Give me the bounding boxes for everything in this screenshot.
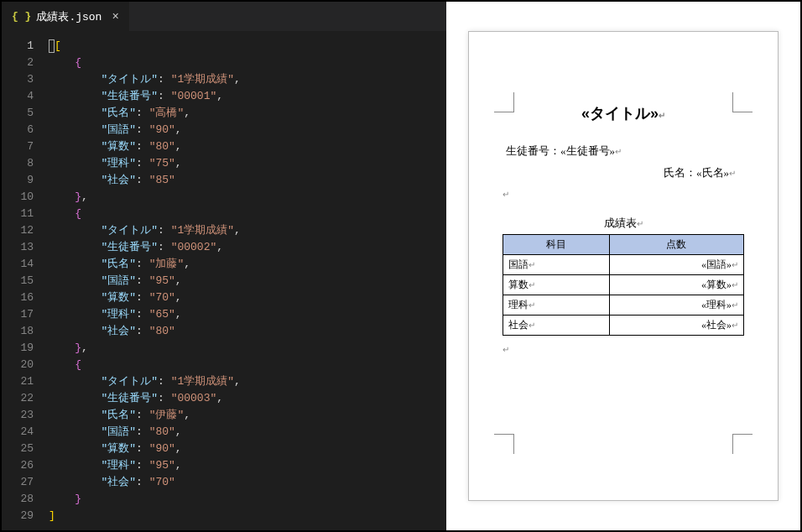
close-icon[interactable]: × [112,10,118,23]
table-header-row: 科目 点数 [503,235,744,255]
margin-corner-tl [494,92,514,112]
table-row: 理科↵«理科»↵ [503,295,744,316]
cell-score: «社会»↵ [609,316,743,336]
document-preview-panel: «タイトル»↵ 生徒番号：«生徒番号»↵ 氏名：«氏名»↵ ↵ 成績表↵ 科目 … [446,2,800,530]
table-row: 社会↵«社会»↵ [503,316,744,336]
name-label: 氏名： [664,166,696,179]
json-file-icon: { } [12,10,31,23]
header-subject: 科目 [503,235,610,255]
table-title: 成績表↵ [503,216,744,231]
score-table: 科目 点数 国語↵«国語»↵算数↵«算数»↵理科↵«理科»↵社会↵«社会»↵ [503,234,744,336]
student-number-label: 生徒番号： [506,144,560,157]
editor-tab[interactable]: { } 成績表.json × [2,2,130,31]
tab-label: 成績表.json [36,9,102,24]
table-row: 国語↵«国語»↵ [503,255,744,275]
end-mark: ↵ [503,342,744,356]
cell-score: «算数»↵ [609,275,743,295]
student-number-field: «生徒番号» [560,144,615,157]
name-field: «氏名» [696,166,729,179]
name-line: 氏名：«氏名»↵ [503,165,744,180]
cell-subject: 社会↵ [503,316,610,336]
student-number-line: 生徒番号：«生徒番号»↵ [503,143,744,159]
cell-score: «国語»↵ [609,255,743,275]
line-number-gutter: 1234567891011121314151617181920212223242… [2,31,44,530]
table-row: 算数↵«算数»↵ [503,275,744,295]
margin-corner-br [732,434,753,454]
cell-subject: 算数↵ [503,275,610,295]
document-page: «タイトル»↵ 生徒番号：«生徒番号»↵ 氏名：«氏名»↵ ↵ 成績表↵ 科目 … [468,31,779,501]
editor-body[interactable]: 1234567891011121314151617181920212223242… [2,31,446,530]
doc-title: «タイトル»↵ [503,103,744,123]
code-content[interactable]: [ { "タイトル": "1学期成績", "生徒番号": "00001", "氏… [44,31,446,530]
cell-score: «理科»↵ [609,295,743,316]
cell-subject: 国語↵ [503,255,610,275]
margin-corner-tr [732,92,753,112]
cell-subject: 理科↵ [503,295,610,316]
header-score: 点数 [609,235,743,255]
margin-corner-bl [494,434,514,454]
tab-bar: { } 成績表.json × [2,2,446,31]
blank-line: ↵ [503,187,744,201]
code-editor-panel: { } 成績表.json × 1234567891011121314151617… [2,2,446,530]
